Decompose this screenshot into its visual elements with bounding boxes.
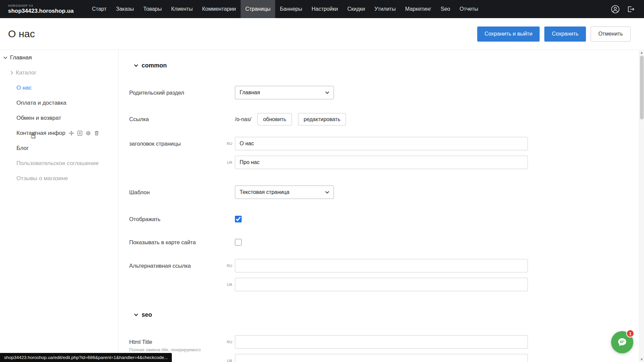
scroll-up-arrow-icon[interactable]: ▲ — [639, 50, 644, 55]
link-row: Ссылка /o-nas/ обновить редактировать — [129, 112, 624, 125]
scrollbar-thumb[interactable] — [640, 56, 644, 119]
brand-version: HOROSHOP V4 — [8, 4, 77, 7]
vertical-scrollbar[interactable]: ▲ ▼ — [639, 50, 644, 362]
section-title: seo — [142, 311, 152, 318]
page-title: О нас — [8, 28, 35, 40]
tree-item-store-reviews[interactable]: Отзывы о магазине — [0, 171, 118, 186]
tree-item-label: Каталог — [16, 69, 37, 76]
brand[interactable]: HOROSHOP V4 shop34423.horoshop.ua — [0, 0, 87, 18]
chat-launcher-button[interactable]: 1 — [611, 331, 633, 353]
field-label: Отображать — [129, 216, 235, 222]
tree-item-label: Оплата и доставка — [16, 100, 66, 106]
tree-item-payment-delivery[interactable]: Оплата и доставка — [0, 95, 118, 110]
alt-link-row: Альтернативная ссылка RU UA — [129, 259, 624, 291]
refresh-link-button[interactable]: обновить — [257, 113, 292, 125]
nav-item-comments[interactable]: Комментарии — [197, 0, 241, 18]
lang-badge-ru: RU — [224, 264, 232, 268]
field-label: Html Title Полная замена title, генериру… — [129, 335, 235, 353]
select-value: Главная — [240, 90, 260, 96]
nav-item-utilities[interactable]: Утилиты — [370, 0, 401, 18]
tree-item-label: Пользовательское соглашение — [16, 160, 99, 167]
section-title: common — [142, 62, 167, 69]
tree-item-label: Отзывы о магазине — [16, 175, 68, 182]
field-label: заголовок страницы — [129, 137, 235, 147]
chevron-right-icon — [10, 71, 13, 75]
delete-trash-icon[interactable] — [94, 131, 99, 136]
chat-bubble-icon — [617, 337, 628, 348]
tree-item-blog[interactable]: Блог — [0, 141, 118, 156]
tree-item-contact-info[interactable]: Контактная инфор — [0, 125, 118, 141]
nav-item-products[interactable]: Товары — [139, 0, 166, 18]
sitemap-row: Показывать в карте сайта — [129, 239, 624, 246]
add-subpage-icon[interactable] — [77, 131, 83, 136]
nav-item-pages[interactable]: Страницы — [241, 0, 275, 18]
display-checkbox[interactable] — [235, 216, 242, 222]
scroll-down-arrow-icon[interactable]: ▼ — [639, 357, 644, 362]
nav-item-reports[interactable]: Отчеты — [455, 0, 483, 18]
tree-item-user-agreement[interactable]: Пользовательское соглашение — [0, 156, 118, 171]
tree-item-label: О нас — [16, 85, 32, 91]
settings-gear-icon[interactable] — [86, 131, 91, 136]
chevron-down-icon — [134, 313, 138, 316]
lang-badge-ua: UA — [224, 160, 232, 164]
content: Главная Каталог О нас Оплата и доставка … — [0, 50, 644, 362]
alt-link-ru-input[interactable] — [235, 259, 528, 272]
user-account-icon[interactable] — [610, 4, 620, 14]
display-row: Отображать — [129, 216, 624, 222]
nav-item-discounts[interactable]: Скидки — [343, 0, 370, 18]
field-label: Показывать в карте сайта — [129, 239, 235, 246]
pages-tree-sidebar: Главная Каталог О нас Оплата и доставка … — [0, 50, 118, 362]
field-hint: Полная замена title, генерируемого — [129, 347, 235, 353]
html-title-ru-input[interactable] — [235, 335, 528, 349]
tree-item-exchange-return[interactable]: Обмен и возврат — [0, 110, 118, 125]
field-label: Родительский раздел — [129, 86, 235, 96]
parent-section-row: Родительский раздел Главная — [129, 86, 624, 99]
tree-item-actions — [69, 131, 99, 136]
field-label-text: Html Title — [129, 339, 235, 345]
parent-section-select[interactable]: Главная — [235, 86, 334, 99]
page-title-ua-input[interactable] — [235, 156, 528, 169]
sitemap-checkbox[interactable] — [235, 239, 242, 246]
tree-item-label: Главная — [10, 54, 32, 61]
section-seo[interactable]: seo — [134, 311, 624, 318]
tree-item-home[interactable]: Главная — [0, 50, 118, 65]
nav-item-banners[interactable]: Баннеры — [275, 0, 307, 18]
tree-item-label: Блог — [16, 145, 29, 152]
template-select[interactable]: Текстовая страница — [235, 186, 334, 199]
page-header: О нас Сохранить и выйти Сохранить Отмени… — [0, 18, 644, 50]
lang-badge-ru: RU — [224, 142, 232, 146]
select-value: Текстовая страница — [240, 189, 289, 195]
logout-icon[interactable] — [626, 4, 635, 14]
section-common[interactable]: common — [134, 62, 624, 69]
move-icon[interactable] — [69, 131, 74, 136]
nav-item-marketing[interactable]: Маркетинг — [400, 0, 436, 18]
chevron-down-icon — [134, 64, 138, 67]
tree-item-catalog[interactable]: Каталог — [0, 65, 118, 80]
page-url-path: /o-nas/ — [235, 116, 251, 122]
cancel-button[interactable]: Отменить — [591, 27, 631, 42]
main-nav: Старт Заказы Товары Клиенты Комментарии … — [87, 0, 483, 18]
page-edit-form: common Родительский раздел Главная Ссылк… — [118, 50, 644, 362]
html-title-row: Html Title Полная замена title, генериру… — [129, 335, 624, 362]
nav-item-start[interactable]: Старт — [87, 0, 111, 18]
edit-link-button[interactable]: редактировать — [298, 113, 346, 125]
lang-badge-ua: UA — [224, 359, 232, 362]
html-title-ua-input[interactable] — [235, 354, 528, 362]
nav-item-clients[interactable]: Клиенты — [166, 0, 197, 18]
nav-item-settings[interactable]: Настройки — [307, 0, 342, 18]
nav-item-orders[interactable]: Заказы — [111, 0, 138, 18]
template-row: Шаблон Текстовая страница — [129, 186, 624, 199]
field-label: Ссылка — [129, 112, 235, 122]
link-status-tooltip: shop34423.horoshop.ua/edit/edit.php?id=6… — [0, 353, 172, 362]
chat-unread-badge: 1 — [626, 329, 634, 338]
chevron-down-icon — [325, 91, 329, 94]
lang-badge-ua: UA — [224, 282, 232, 287]
alt-link-ua-input[interactable] — [235, 278, 528, 291]
tree-item-about-us[interactable]: О нас — [0, 80, 118, 95]
page-title-ru-input[interactable] — [235, 137, 528, 150]
save-and-exit-button[interactable]: Сохранить и выйти — [477, 27, 540, 42]
topbar-right — [610, 0, 644, 18]
nav-item-seo[interactable]: Seo — [436, 0, 455, 18]
save-button[interactable]: Сохранить — [544, 27, 586, 42]
brand-domain: shop34423.horoshop.ua — [8, 8, 77, 14]
